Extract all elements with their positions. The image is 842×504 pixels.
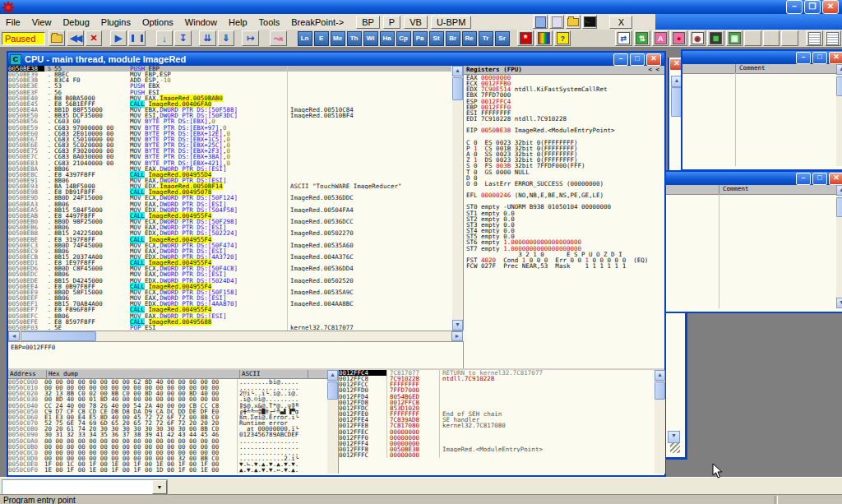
menu-item-debug[interactable]: Debug xyxy=(57,16,95,29)
menu-item-tools[interactable]: Tools xyxy=(253,16,286,29)
breakpoints-button[interactable]: ● xyxy=(670,30,687,46)
stack-row[interactable]: 0012FFD48054B6ED xyxy=(339,394,655,400)
column-header-comment[interactable]: Comment xyxy=(736,64,836,73)
disasm-row[interactable]: 0050BF03.5EPOP ESIkernel32.7C817077 xyxy=(8,325,451,331)
column-header-blank[interactable] xyxy=(666,185,719,194)
disasm-row[interactable]: 0050BEF7.E8 F896F8FFCALL ImageRed.004955… xyxy=(8,307,451,312)
minimize-button[interactable]: – xyxy=(796,52,811,64)
stack-row[interactable]: 0012FFCCFFFFFFFF xyxy=(339,381,655,387)
disasm-row[interactable]: 0050BE3E.53PUSH EBX xyxy=(8,83,451,89)
cpu-titlebar[interactable]: C CPU - main thread, module ImageRed – □… xyxy=(8,53,664,66)
column-header-blank[interactable] xyxy=(682,64,736,73)
animate-over-button[interactable]: ⇓ xyxy=(218,30,234,46)
view-button-st[interactable]: St xyxy=(429,31,444,46)
disasm-row[interactable]: 0050BEC3.8B0D 74F45000MOV ECX,DWORD PTR … xyxy=(8,243,451,248)
menu-item-help[interactable]: Help xyxy=(223,16,253,29)
disasm-row[interactable]: 0050BE8C.E8 4397F8FFCALL ImageRed.004955… xyxy=(8,172,451,178)
plugin-button-u-bpm[interactable]: U-BPM xyxy=(431,16,471,29)
view-button-th[interactable]: Th xyxy=(347,31,362,46)
view-button-wi[interactable]: Wi xyxy=(363,31,378,46)
stack-row[interactable]: 0012FFDC853D1020 xyxy=(339,405,655,411)
appearance-button[interactable] xyxy=(535,30,552,46)
stack-row[interactable]: 0012FFD80012FFC8 xyxy=(339,400,655,405)
animate-into-button[interactable]: ⇊ xyxy=(199,30,215,46)
view-button-sr[interactable]: Sr xyxy=(495,31,510,46)
plugin-button-bp[interactable]: BP xyxy=(356,16,380,29)
stack-scrollbar[interactable]: ▲ xyxy=(655,370,665,474)
restart-button[interactable]: ◀◀ xyxy=(67,30,83,46)
disasm-row[interactable]: 0050BE83.C683 21040000 00MOV BYTE PTR DS… xyxy=(8,160,451,166)
view-button-ln[interactable]: Ln xyxy=(298,31,312,46)
menu-item-view[interactable]: View xyxy=(26,16,58,29)
disasm-scrollbar[interactable]: ▲ ▼ xyxy=(452,66,463,331)
menu-item-breakpoint[interactable]: BreakPoint-> xyxy=(285,16,349,29)
dump-scrollbar[interactable]: ▲ xyxy=(327,370,338,474)
stack-row[interactable]: 0012FFE0FFFFFFFFEnd of SEH chain xyxy=(339,411,655,417)
stack-row[interactable]: 0012FFFC00000000 xyxy=(339,452,655,458)
stack-row[interactable]: 0012FFC47C817077RETURN to kernel32.7C817… xyxy=(339,370,655,376)
column-header-comment[interactable]: Comment xyxy=(719,185,836,194)
comment-window-top-titlebar[interactable]: – □ ✕ xyxy=(682,51,842,64)
menu-item-window[interactable]: Window xyxy=(179,16,223,29)
run-button[interactable]: ▶ xyxy=(110,30,127,46)
maximize-button[interactable]: □ xyxy=(812,173,827,185)
go-to-address-button[interactable]: ↝ xyxy=(270,30,286,46)
open-file-button[interactable] xyxy=(49,30,65,46)
view-button-br[interactable]: Br xyxy=(446,31,460,46)
close-program-button[interactable]: ✕ xyxy=(86,30,102,46)
stack-row[interactable]: 0012FFF80050BE38ImageRed.<ModuleEntryPoi… xyxy=(339,446,655,452)
plugin-button-p[interactable]: P xyxy=(383,16,400,29)
disasm-row[interactable]: 0050BED6.8B0D C8F45000MOV ECX,DWORD PTR … xyxy=(8,266,451,271)
close-button[interactable]: ✕ xyxy=(829,52,842,64)
stack-row[interactable]: 0012FFF400000000 xyxy=(339,441,655,446)
scrollbar[interactable]: ▲ xyxy=(836,64,842,166)
ascii-table-button[interactable]: A xyxy=(652,30,669,46)
step-over-button[interactable]: ↧ xyxy=(174,30,191,46)
menu-item-file[interactable]: File xyxy=(0,16,26,29)
stack-row[interactable]: 0012FFEC00000000 xyxy=(339,429,655,435)
disasm-hscrollbar[interactable]: ◄ ► xyxy=(8,331,463,341)
registers-collapse-buttons[interactable]: < < xyxy=(648,66,664,74)
scroll-down-button[interactable]: ▼ xyxy=(668,431,680,443)
restore-button[interactable]: ❐ xyxy=(804,0,821,14)
disasm-row[interactable]: 0050BE9D.8B0D 24F15000MOV ECX,DWORD PTR … xyxy=(8,195,451,201)
dump-header-hex[interactable]: Hex dump xyxy=(47,370,240,378)
register-line[interactable]: O 0 LastErr ERROR_SUCCESS (00000000) xyxy=(464,181,664,187)
doc-list-button[interactable] xyxy=(806,30,822,46)
shortcuts-button[interactable]: ▦ xyxy=(707,30,724,46)
options-button[interactable]: * xyxy=(517,30,534,46)
dump-header-address[interactable]: Address xyxy=(8,370,47,378)
view-button-ha[interactable]: Ha xyxy=(380,31,395,46)
close-button[interactable]: ✕ xyxy=(822,0,839,14)
stack-row[interactable]: 0012FFE47C839AD8SE handler xyxy=(339,417,655,423)
comment-window-bottom-titlebar[interactable]: – □ ✕ xyxy=(666,172,842,185)
resize-grip[interactable] xyxy=(670,443,680,453)
toolbar-blank-button[interactable]: . xyxy=(744,30,761,46)
trace-button[interactable]: ◉ xyxy=(689,30,706,46)
stack-row[interactable]: 0012FFC87C910228ntdll.7C910228 xyxy=(339,376,655,381)
register-line[interactable]: EDI 7C910228 ntdll.7C910228 xyxy=(464,116,664,122)
plugin-button-vb[interactable]: VB xyxy=(404,16,428,29)
console-icon[interactable]: ›_ xyxy=(582,15,597,29)
view-button-tr[interactable]: Tr xyxy=(479,31,493,46)
disasm-row[interactable]: 0050BEFE.E8 8597F8FFCALL ImageRed.004956… xyxy=(8,319,451,325)
pause-button[interactable] xyxy=(128,30,145,46)
close-button[interactable]: ✕ xyxy=(829,173,842,185)
view-button-e[interactable]: E xyxy=(314,31,329,46)
minimize-button[interactable]: – xyxy=(796,173,811,185)
notepad-icon[interactable] xyxy=(533,15,548,29)
disasm-row[interactable]: 0050BEB0.8B0D 98F25000MOV ECX,DWORD PTR … xyxy=(8,219,451,224)
disasm-row[interactable]: 0050BE38$55PUSH EBP xyxy=(8,66,451,72)
execute-till-return-button[interactable]: ↦ xyxy=(242,30,258,46)
disasm-row[interactable]: 0050BEE9.8B0D 58F15000MOV ECX,DWORD PTR … xyxy=(8,289,451,295)
step-into-button[interactable]: ↓ xyxy=(156,30,173,46)
maximize-button[interactable]: □ xyxy=(812,52,827,64)
toolbar-blank-button[interactable]: . xyxy=(763,30,780,46)
help-button[interactable]: ? xyxy=(554,30,571,46)
menu-item-options[interactable]: Options xyxy=(136,16,179,29)
register-line[interactable]: FCW 027F Prec NEAR,53 Mask 1 1 1 1 1 1 xyxy=(464,263,664,269)
minimize-button[interactable]: – xyxy=(613,53,628,66)
menu-item-plugins[interactable]: Plugins xyxy=(95,16,136,29)
patches-button[interactable]: ⇅ xyxy=(634,30,650,46)
log-icon[interactable] xyxy=(549,15,564,29)
